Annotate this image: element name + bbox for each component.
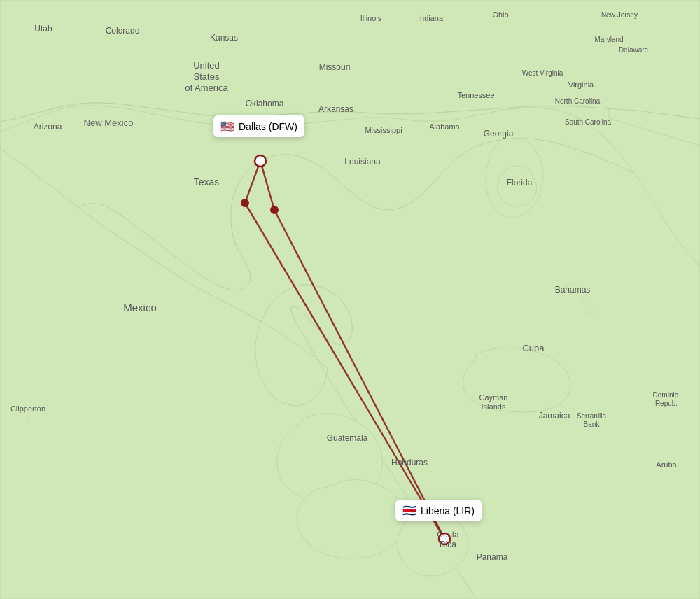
svg-text:Bank: Bank xyxy=(584,421,601,428)
svg-text:I.: I. xyxy=(26,414,30,422)
svg-text:Dominic.: Dominic. xyxy=(653,391,680,399)
svg-text:Missouri: Missouri xyxy=(319,62,351,72)
svg-text:Kansas: Kansas xyxy=(210,33,238,43)
svg-text:Mississippi: Mississippi xyxy=(365,126,402,134)
svg-point-12 xyxy=(241,199,249,207)
liberia-label: 🇨🇷 Liberia (LIR) xyxy=(396,500,482,521)
svg-text:West Virginia: West Virginia xyxy=(522,69,564,77)
svg-text:Costa: Costa xyxy=(437,530,459,540)
svg-point-6 xyxy=(587,309,596,314)
svg-text:Bahamas: Bahamas xyxy=(555,285,591,295)
svg-text:Cuba: Cuba xyxy=(522,343,545,353)
dallas-label-text: Dallas (DFW) xyxy=(239,121,298,132)
dallas-label: 🇺🇸 Dallas (DFW) xyxy=(214,115,304,137)
svg-text:Illinois: Illinois xyxy=(360,14,382,22)
svg-text:Jamaica: Jamaica xyxy=(539,411,570,421)
map-svg: Utah Colorado Kansas Illinois Indiana Oh… xyxy=(0,0,700,599)
svg-text:of America: of America xyxy=(185,83,228,93)
svg-text:Maryland: Maryland xyxy=(594,36,623,43)
svg-text:Ohio: Ohio xyxy=(492,10,508,19)
svg-text:Islands: Islands xyxy=(482,402,506,411)
svg-text:North Carolina: North Carolina xyxy=(555,97,601,105)
svg-text:Guatemala: Guatemala xyxy=(327,433,368,443)
map-container: Utah Colorado Kansas Illinois Indiana Oh… xyxy=(0,0,700,599)
svg-text:New Jersey: New Jersey xyxy=(601,11,638,19)
svg-text:Virginia: Virginia xyxy=(568,80,594,89)
svg-text:Repub.: Repub. xyxy=(655,400,678,407)
liberia-label-text: Liberia (LIR) xyxy=(421,505,475,516)
svg-text:Utah: Utah xyxy=(34,24,52,34)
svg-text:United: United xyxy=(193,60,220,71)
svg-text:Arizona: Arizona xyxy=(34,122,62,132)
svg-text:Clipperton: Clipperton xyxy=(10,404,46,413)
svg-text:Mexico: Mexico xyxy=(123,302,157,313)
svg-text:Honduras: Honduras xyxy=(391,458,428,467)
svg-text:New Mexico: New Mexico xyxy=(84,118,134,128)
svg-text:Serranilla: Serranilla xyxy=(577,412,607,420)
svg-text:Panama: Panama xyxy=(477,552,508,562)
svg-point-5 xyxy=(581,295,588,300)
svg-text:Florida: Florida xyxy=(507,178,533,188)
svg-text:Cayman: Cayman xyxy=(479,393,508,402)
svg-text:South Carolina: South Carolina xyxy=(565,118,612,126)
svg-text:Rica: Rica xyxy=(440,540,456,549)
svg-text:Louisiana: Louisiana xyxy=(344,157,381,167)
svg-text:States: States xyxy=(194,71,220,82)
svg-text:Delaware: Delaware xyxy=(619,46,649,54)
svg-text:Georgia: Georgia xyxy=(484,129,514,139)
svg-text:Alabama: Alabama xyxy=(429,122,460,131)
svg-text:Colorado: Colorado xyxy=(106,26,140,36)
svg-text:Texas: Texas xyxy=(194,176,220,188)
svg-text:Tennessee: Tennessee xyxy=(457,91,494,99)
svg-point-13 xyxy=(270,206,279,214)
svg-text:Arkansas: Arkansas xyxy=(318,104,354,114)
us-flag-icon: 🇺🇸 xyxy=(220,120,234,133)
svg-text:Indiana: Indiana xyxy=(418,14,444,22)
svg-text:Oklahoma: Oklahoma xyxy=(246,99,284,108)
svg-point-11 xyxy=(255,155,266,167)
cr-flag-icon: 🇨🇷 xyxy=(402,504,416,517)
svg-text:Aruba: Aruba xyxy=(656,460,677,469)
